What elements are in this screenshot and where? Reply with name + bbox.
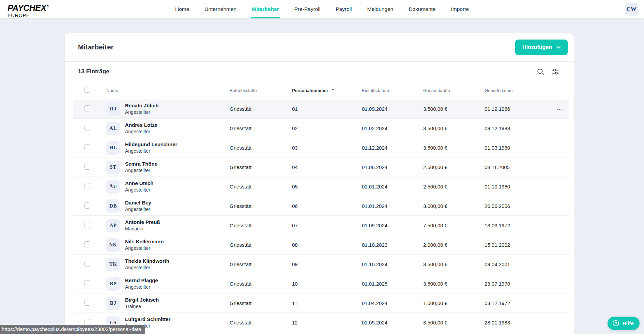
- cell-entry-date: 01.01.2024: [362, 203, 423, 209]
- cell-personnel-number: 02: [292, 125, 362, 131]
- cell-gross: 2.000,00 €: [423, 242, 485, 248]
- column-header-entry-date[interactable]: Eintrittsdatum: [362, 88, 423, 93]
- cell-gross: 7.500,00 €: [423, 223, 485, 228]
- row-actions-button[interactable]: ⋯: [556, 105, 564, 113]
- svg-text:?: ?: [615, 321, 617, 325]
- column-header-site[interactable]: Betriebsstätte: [230, 88, 292, 93]
- employee-name: Änne Utsch: [125, 180, 153, 186]
- avatar: HL: [106, 141, 120, 155]
- cell-entry-date: 01.12.2024: [362, 145, 423, 151]
- sort-ascending-arrow-icon: [331, 88, 335, 93]
- employee-name: Birgit Jokisch: [125, 297, 159, 303]
- column-header-personnel-number[interactable]: Personalnummer: [292, 88, 362, 93]
- table-row[interactable]: AP Antonie Preuß Manager Griesstätt 07 0…: [65, 216, 574, 235]
- user-avatar[interactable]: CW: [625, 3, 638, 16]
- cell-site: Griesstätt: [230, 223, 292, 228]
- cell-site: Griesstätt: [230, 261, 292, 267]
- row-checkbox[interactable]: [84, 222, 90, 228]
- cell-entry-date: 01.01.2024: [362, 184, 423, 189]
- cell-birth-date: 09.04.2001: [485, 261, 556, 267]
- employee-role: Angestellter: [125, 265, 169, 271]
- column-header-gross[interactable]: Gesamtbrutto: [423, 88, 485, 93]
- cell-gross: 3.000,00 €: [423, 203, 485, 209]
- nav-item-payroll[interactable]: Payroll: [336, 0, 352, 18]
- cell-personnel-number: 10: [292, 281, 362, 287]
- table-row[interactable]: ÄU Änne Utsch Angestellter Griesstätt 05…: [65, 177, 574, 196]
- row-checkbox[interactable]: [84, 183, 90, 189]
- employee-role: Angestellter: [125, 245, 164, 251]
- table-body: RJ Renato Jülich Angestellter Griesstätt…: [65, 99, 574, 332]
- cell-personnel-number: 08: [292, 242, 362, 248]
- add-employee-button[interactable]: Hinzufügen: [515, 40, 568, 55]
- cell-gross: 2.500,00 €: [423, 164, 485, 170]
- nav-item-unternehmen[interactable]: Unternehmen: [204, 0, 236, 18]
- row-checkbox[interactable]: [84, 125, 90, 131]
- entries-count: 13 Einträge: [78, 68, 109, 75]
- column-header-birth-date[interactable]: Geburtsdatum: [485, 88, 556, 93]
- table-row[interactable]: HL Hildegund Leuschner Angestellter Grie…: [65, 138, 574, 157]
- table-row[interactable]: BJ Birgit Jokisch Trainee Griesstätt 11 …: [65, 293, 574, 313]
- avatar: DB: [106, 199, 120, 213]
- employee-name: Renato Jülich: [125, 103, 158, 109]
- employee-role: Angestellter: [125, 284, 158, 290]
- row-checkbox[interactable]: [84, 280, 90, 286]
- employee-role: Manager: [125, 226, 160, 232]
- avatar: BP: [106, 277, 120, 291]
- filter-button[interactable]: [551, 68, 559, 76]
- search-icon: [537, 68, 545, 76]
- nav-item-home[interactable]: Home: [175, 0, 189, 18]
- nav-item-importe[interactable]: Importe: [451, 0, 469, 18]
- brand-logo[interactable]: PAYCHEX® EUROPE: [7, 2, 49, 18]
- nav-item-pre-payroll[interactable]: Pre-Payroll: [294, 0, 320, 18]
- table-row[interactable]: AL Andres Lotze Angestellter Griesstätt …: [65, 119, 574, 138]
- employee-role: Angestellter: [125, 109, 158, 115]
- table-row[interactable]: TK Thekla Klindworth Angestellter Griess…: [65, 255, 574, 274]
- cell-personnel-number: 12: [292, 320, 362, 325]
- avatar: ST: [106, 161, 120, 174]
- cell-site: Griesstätt: [230, 184, 292, 189]
- cell-entry-date: 01.06.2024: [362, 164, 423, 170]
- table-row[interactable]: NK Nils Kellermann Angestellter Griesstä…: [65, 235, 574, 255]
- cell-site: Griesstätt: [230, 203, 292, 209]
- employee-name: Hildegund Leuschner: [125, 141, 177, 148]
- search-button[interactable]: [537, 68, 545, 76]
- table-row[interactable]: RJ Renato Jülich Angestellter Griesstätt…: [65, 99, 574, 119]
- nav-item-meldungen[interactable]: Meldungen: [367, 0, 394, 18]
- brand-name: PAYCHEX®: [7, 2, 49, 12]
- cell-site: Griesstätt: [230, 281, 292, 287]
- table-row[interactable]: DB Daniel Bey Angestellter Griesstätt 06…: [65, 196, 574, 216]
- cell-birth-date: 09.12.1988: [485, 125, 556, 131]
- row-checkbox[interactable]: [84, 241, 90, 247]
- cell-gross: 1.000,00 €: [423, 300, 485, 306]
- row-checkbox[interactable]: [84, 164, 90, 170]
- cell-birth-date: 15.01.2002: [485, 242, 556, 248]
- table-row[interactable]: BP Bernd Plagge Angestellter Griesstätt …: [65, 274, 574, 293]
- card-header: Mitarbeiter Hinzufügen: [65, 33, 574, 62]
- cell-personnel-number: 05: [292, 184, 362, 189]
- table-row[interactable]: ST Semra Thöne Angestellter Griesstätt 0…: [65, 157, 574, 177]
- row-checkbox[interactable]: [84, 144, 90, 150]
- employee-role: Angestellter: [125, 148, 177, 154]
- main-nav: HomeUnternehmenMitarbeiterPre-PayrollPay…: [175, 0, 469, 18]
- help-question-icon: ?: [612, 320, 619, 327]
- employee-name: Bernd Plagge: [125, 277, 158, 284]
- filter-sliders-icon: [551, 68, 559, 76]
- row-checkbox[interactable]: [84, 261, 90, 267]
- column-header-name[interactable]: Name: [106, 88, 230, 93]
- avatar: NK: [106, 238, 120, 252]
- select-all-checkbox[interactable]: [84, 87, 90, 93]
- employee-name: Antonie Preuß: [125, 219, 160, 225]
- nav-item-mitarbeiter[interactable]: Mitarbeiter: [252, 0, 279, 18]
- cell-site: Griesstätt: [230, 106, 292, 112]
- row-checkbox[interactable]: [84, 202, 90, 209]
- help-button[interactable]: ? Hilfe: [608, 317, 640, 330]
- nav-item-dokumente[interactable]: Dokumente: [409, 0, 435, 18]
- cell-gross: 3.500,00 €: [423, 320, 485, 325]
- row-checkbox[interactable]: [84, 300, 90, 306]
- cell-birth-date: 08.11.2005: [485, 164, 556, 170]
- cell-site: Griesstätt: [230, 125, 292, 131]
- employees-card: Mitarbeiter Hinzufügen 13 Einträge: [65, 33, 574, 334]
- row-checkbox[interactable]: [84, 105, 90, 111]
- row-checkbox[interactable]: [84, 319, 90, 325]
- avatar: ÄU: [106, 180, 120, 194]
